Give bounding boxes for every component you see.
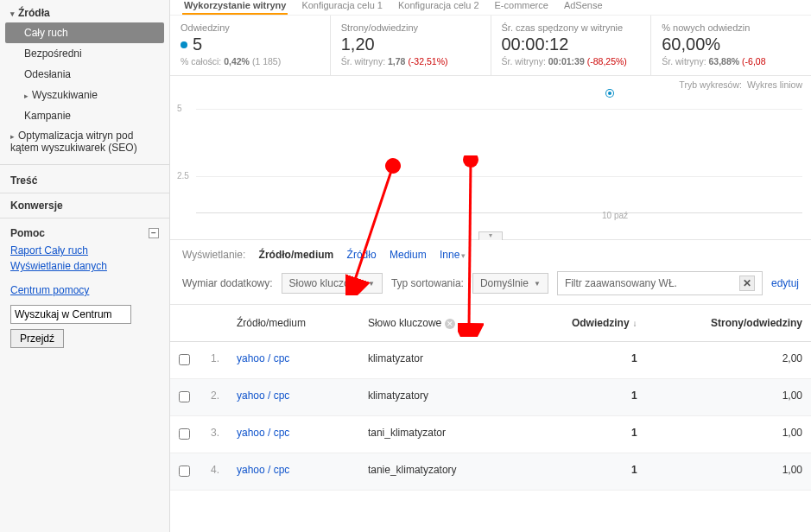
help-link-display[interactable]: Wyświetlanie danych — [10, 260, 159, 272]
main: Wykorzystanie witryny Konfiguracja celu … — [170, 0, 811, 532]
close-icon[interactable]: ✕ — [739, 276, 755, 291]
sidebar-row-content[interactable]: Treść — [0, 168, 169, 193]
sort-type-label: Typ sortowania: — [391, 277, 464, 289]
secondary-dim-label: Wymiar dodatkowy: — [182, 277, 273, 289]
dim-source[interactable]: Źródło — [347, 249, 377, 261]
collapse-icon[interactable]: − — [149, 228, 159, 238]
sidebar-item-campaigns[interactable]: Kampanie — [0, 105, 169, 126]
dimension-row: Wyświetlanie: Źródło/medium Źródło Mediu… — [170, 240, 811, 266]
filter-row: Wymiar dodatkowy: Słowo kluczowe▼ Typ so… — [170, 266, 811, 305]
keyword-cell: tani_klimatyzator — [359, 416, 520, 453]
chevron-down-icon: ▼ — [534, 280, 541, 288]
dim-medium[interactable]: Medium — [390, 249, 427, 261]
row-checkbox[interactable] — [179, 354, 190, 365]
visits-cell: 1 — [520, 379, 645, 416]
table-row[interactable]: 3.yahoo / cpctani_klimatyzator11,00 — [170, 416, 811, 453]
sidebar-item-all-traffic[interactable]: Cały ruch — [5, 22, 164, 43]
secondary-dim-dropdown[interactable]: Słowo kluczowe▼ — [282, 273, 383, 294]
col-pages[interactable]: Strony/odwiedziny — [646, 305, 811, 342]
keyword-cell: klimatyzatory — [359, 379, 520, 416]
tab-goal2[interactable]: Konfiguracja celu 2 — [396, 0, 481, 13]
nav-group-sources[interactable]: Źródła — [0, 3, 169, 22]
metric-time[interactable]: Śr. czas spędzony w witrynie 00:00:12 Śr… — [491, 16, 652, 75]
tab-goal1[interactable]: Konfiguracja celu 1 — [300, 0, 384, 13]
metric-newvisits[interactable]: % nowych odwiedzin 60,00% Śr. witryny: 6… — [651, 16, 811, 75]
tab-site-usage[interactable]: Wykorzystanie witryny — [182, 0, 288, 15]
chart-point[interactable] — [606, 90, 613, 97]
sort-type-dropdown[interactable]: Domyślnie▼ — [472, 273, 548, 294]
visits-cell: 1 — [520, 342, 645, 379]
sidebar-item-referrals[interactable]: Odesłania — [0, 64, 169, 85]
chart-expand-handle[interactable]: ▾ — [478, 231, 503, 240]
dim-other[interactable]: Inne▾ — [440, 249, 466, 261]
table-row[interactable]: 4.yahoo / cpctanie_klimatyzatory11,00 — [170, 453, 811, 491]
sidebar-row-conversions[interactable]: Konwersje — [0, 193, 169, 218]
pages-cell: 1,00 — [646, 453, 811, 491]
chart-mode[interactable]: Tryb wykresów:Wykres liniow — [674, 79, 802, 90]
row-number: 1. — [199, 342, 228, 379]
nav-group-seo[interactable]: Optymalizacja witryn pod kątem wyszukiwa… — [0, 126, 169, 157]
x-tick: 10 paź — [602, 211, 628, 220]
dot-icon — [181, 41, 187, 48]
source-link[interactable]: yahoo / cpc — [237, 427, 289, 439]
help-title: Pomoc — [10, 227, 45, 239]
sidebar-item-search[interactable]: ▸Wyszukiwanie — [0, 85, 169, 105]
pages-cell: 1,00 — [646, 379, 811, 416]
source-link[interactable]: yahoo / cpc — [237, 390, 289, 402]
advanced-filter-box[interactable]: Filtr zaawansowany WŁ. ✕ — [557, 271, 763, 295]
row-number: 2. — [199, 379, 228, 416]
sidebar-item-direct[interactable]: Bezpośredni — [0, 43, 169, 64]
help-panel: Pomoc − Raport Cały ruch Wyświetlanie da… — [0, 218, 169, 357]
y-tick-2-5: 2.5 — [177, 171, 189, 180]
tab-ecommerce[interactable]: E-commerce — [493, 0, 550, 13]
edit-link[interactable]: edytuj — [771, 277, 799, 289]
metric-pages[interactable]: Strony/odwiedziny 1,20 Śr. witryny: 1,78… — [331, 16, 491, 75]
help-search-input[interactable] — [10, 305, 131, 324]
source-link[interactable]: yahoo / cpc — [237, 464, 289, 476]
row-checkbox[interactable] — [179, 466, 190, 477]
table-row[interactable]: 1.yahoo / cpcklimatyzator12,00 — [170, 342, 811, 379]
col-keyword[interactable]: Słowo kluczowe✕ — [359, 305, 520, 342]
visits-cell: 1 — [520, 416, 645, 453]
chart-area: Tryb wykresów:Wykres liniow 5 2.5 10 paź… — [170, 76, 811, 240]
col-visits[interactable]: Odwiedziny↓ — [520, 305, 645, 342]
visits-cell: 1 — [520, 453, 645, 491]
help-link-report[interactable]: Raport Cały ruch — [10, 244, 159, 256]
sort-desc-icon: ↓ — [633, 319, 637, 328]
pages-cell: 2,00 — [646, 342, 811, 379]
chevron-down-icon: ▼ — [368, 280, 375, 288]
help-link-center[interactable]: Centrum pomocy — [10, 284, 159, 296]
help-search-button[interactable]: Przejdź — [10, 329, 64, 348]
sidebar: Źródła Cały ruch Bezpośredni Odesłania ▸… — [0, 0, 170, 532]
row-checkbox[interactable] — [179, 428, 190, 440]
remove-column-icon[interactable]: ✕ — [445, 319, 455, 329]
row-number: 3. — [199, 416, 228, 453]
col-source-medium[interactable]: Źródło/medium — [228, 305, 359, 342]
y-tick-5: 5 — [177, 104, 182, 113]
source-link[interactable]: yahoo / cpc — [237, 352, 289, 364]
table-row[interactable]: 2.yahoo / cpcklimatyzatory11,00 — [170, 379, 811, 416]
tab-adsense[interactable]: AdSense — [562, 0, 605, 13]
pages-cell: 1,00 — [646, 416, 811, 453]
data-table: Źródło/medium Słowo kluczowe✕ Odwiedziny… — [170, 305, 811, 491]
row-checkbox[interactable] — [179, 391, 190, 402]
keyword-cell: tanie_klimatyzatory — [359, 453, 520, 491]
top-tabs: Wykorzystanie witryny Konfiguracja celu … — [170, 0, 811, 16]
dim-source-medium[interactable]: Źródło/medium — [259, 249, 334, 261]
metrics-row: Odwiedziny 5 % całości: 0,42% (1 185) St… — [170, 16, 811, 76]
row-number: 4. — [199, 453, 228, 491]
metric-visits[interactable]: Odwiedziny 5 % całości: 0,42% (1 185) — [170, 16, 331, 75]
keyword-cell: klimatyzator — [359, 342, 520, 379]
